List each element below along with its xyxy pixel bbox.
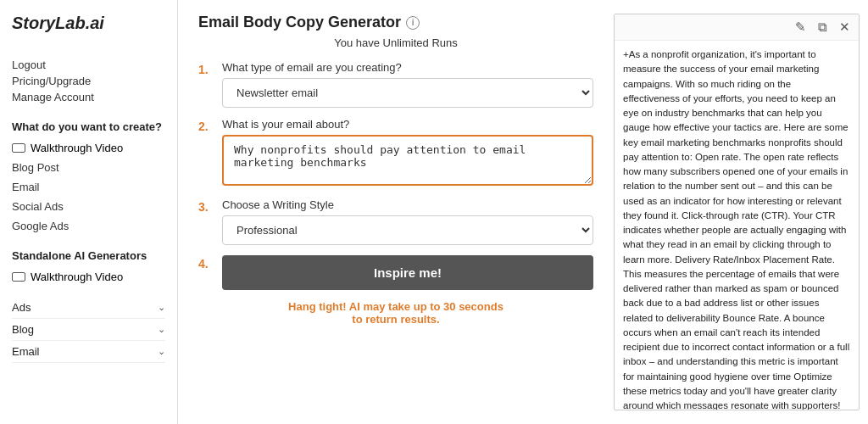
- step-2-num: 2.: [198, 120, 214, 133]
- step-3-content: Choose a Writing Style Professional Casu…: [222, 198, 593, 245]
- sidebar-nav: Logout Pricing/Upgrade Manage Account: [12, 57, 165, 105]
- pricing-link[interactable]: Pricing/Upgrade: [12, 73, 165, 89]
- ads-section[interactable]: Ads ⌄: [12, 297, 165, 319]
- email-type-select[interactable]: Newsletter email Promotional email Welco…: [222, 78, 593, 108]
- logout-link[interactable]: Logout: [12, 57, 165, 73]
- output-panel: ✎ ⧉ ✕ +As a nonprofit organization, it's…: [614, 14, 860, 410]
- standalone-title: Standalone AI Generators: [12, 249, 165, 262]
- step-1-row: 1. What type of email are you creating? …: [198, 61, 593, 108]
- step-4-content: Inspire me!: [222, 255, 593, 290]
- output-toolbar: ✎ ⧉ ✕: [615, 14, 859, 41]
- step-3-label: Choose a Writing Style: [222, 198, 593, 211]
- step-1-num: 1.: [198, 63, 214, 76]
- step-3-num: 3.: [198, 200, 214, 214]
- output-text: +As a nonprofit organization, it's impor…: [615, 41, 859, 410]
- sidebar: StoryLab.ai Logout Pricing/Upgrade Manag…: [0, 0, 178, 424]
- page-title: Email Body Copy Generator: [198, 14, 401, 31]
- page-title-row: Email Body Copy Generator i: [198, 14, 593, 31]
- what-create-title: What do you want to create?: [12, 120, 165, 133]
- blog-chevron-icon: ⌄: [158, 324, 165, 335]
- close-output-btn[interactable]: ✕: [836, 18, 854, 36]
- tv-icon: [12, 143, 25, 153]
- standalone-walkthrough-link[interactable]: Walkthrough Video: [12, 269, 165, 285]
- email-about-textarea[interactable]: Why nonprofits should pay attention to e…: [222, 135, 593, 186]
- standalone-walkthrough-label: Walkthrough Video: [31, 271, 123, 283]
- unlimited-runs-badge: You have Unlimited Runs: [198, 36, 593, 49]
- edit-output-btn[interactable]: ✎: [792, 18, 810, 36]
- step-1-label: What type of email are you creating?: [222, 61, 593, 74]
- blog-section[interactable]: Blog ⌄: [12, 319, 165, 341]
- step-2-label: What is your email about?: [222, 118, 593, 131]
- step-1-content: What type of email are you creating? New…: [222, 61, 593, 108]
- step-4-num: 4.: [198, 257, 214, 271]
- walkthrough-video-label: Walkthrough Video: [31, 142, 123, 154]
- email-link[interactable]: Email: [12, 179, 165, 195]
- google-ads-link[interactable]: Google Ads: [12, 218, 165, 234]
- social-ads-link[interactable]: Social Ads: [12, 198, 165, 215]
- copy-output-btn[interactable]: ⧉: [815, 18, 831, 36]
- step-3-row: 3. Choose a Writing Style Professional C…: [198, 198, 593, 245]
- walkthrough-video-link[interactable]: Walkthrough Video: [12, 140, 165, 156]
- writing-style-select[interactable]: Professional Casual Formal Friendly: [222, 215, 593, 245]
- step-2-row: 2. What is your email about? Why nonprof…: [198, 118, 593, 188]
- info-icon[interactable]: i: [406, 16, 420, 30]
- step-2-content: What is your email about? Why nonprofits…: [222, 118, 593, 188]
- email-section[interactable]: Email ⌄: [12, 341, 165, 363]
- email-chevron-icon: ⌄: [158, 346, 165, 357]
- wait-message: Hang tight! AI may take up to 30 seconds…: [198, 300, 593, 326]
- ads-chevron-icon: ⌄: [158, 302, 165, 313]
- step-4-row: 4. Inspire me!: [198, 255, 593, 290]
- logo: StoryLab.ai: [12, 14, 165, 33]
- blog-post-link[interactable]: Blog Post: [12, 159, 165, 176]
- main-content: Email Body Copy Generator i You have Unl…: [178, 0, 614, 424]
- tv-icon-2: [12, 272, 25, 282]
- inspire-button[interactable]: Inspire me!: [222, 255, 593, 290]
- manage-account-link[interactable]: Manage Account: [12, 89, 165, 105]
